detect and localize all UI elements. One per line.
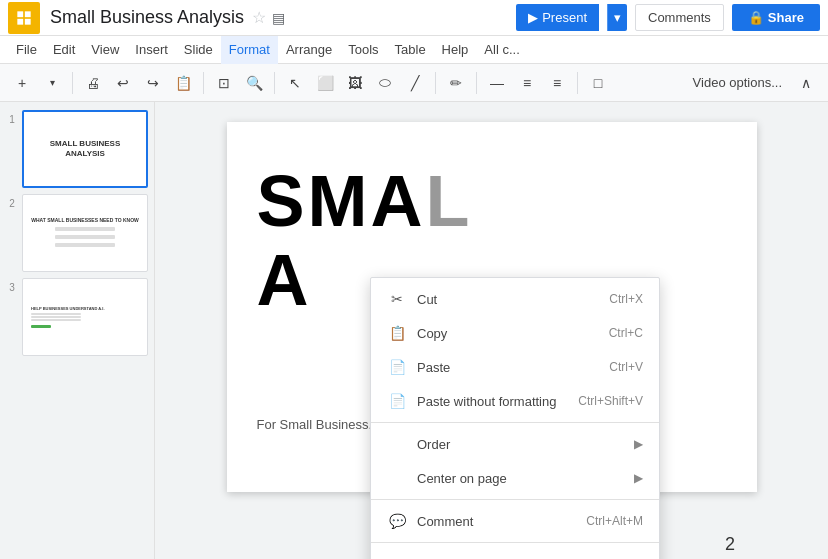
cut-icon: ✂: [387, 289, 407, 309]
textbox-button[interactable]: ⬜: [311, 69, 339, 97]
comments-button[interactable]: Comments: [635, 4, 724, 31]
slide-subtitle: For Small Business...: [257, 417, 380, 432]
menu-help[interactable]: Help: [434, 36, 477, 64]
present-button[interactable]: ▶ Present: [516, 4, 599, 31]
slide-3-accent: [31, 325, 51, 328]
svg-rect-1: [25, 11, 31, 17]
align-right-button[interactable]: ≡: [543, 69, 571, 97]
ctx-cut-shortcut: Ctrl+X: [609, 292, 643, 306]
separator-6: [577, 72, 578, 94]
svg-rect-2: [17, 18, 23, 24]
slides-panel: 1 SMALL BUSINESSANALYSIS 2 WHAT SMALL BU…: [0, 102, 155, 559]
center-icon: [387, 468, 407, 488]
header-buttons: ▶ Present ▾ Comments 🔒 Share: [516, 4, 820, 31]
folder-icon[interactable]: ▤: [272, 10, 285, 26]
ctx-order[interactable]: Order ▶: [371, 427, 659, 461]
more-button[interactable]: □: [584, 69, 612, 97]
align-left-button[interactable]: ≡: [513, 69, 541, 97]
menu-table[interactable]: Table: [387, 36, 434, 64]
menu-edit[interactable]: Edit: [45, 36, 83, 64]
image-button[interactable]: 🖼: [341, 69, 369, 97]
menu-insert[interactable]: Insert: [127, 36, 176, 64]
zoom-button[interactable]: 🔍: [240, 69, 268, 97]
ctx-order-label: Order: [417, 437, 634, 452]
center-arrow: ▶: [634, 471, 643, 485]
main-area: 1 SMALL BUSINESSANALYSIS 2 WHAT SMALL BU…: [0, 102, 828, 559]
menu-arrange[interactable]: Arrange: [278, 36, 340, 64]
slide-preview-2[interactable]: WHAT SMALL BUSINESSES NEED TO KNOW: [22, 194, 148, 272]
slide-2-line-1: [55, 227, 115, 231]
ctx-paste[interactable]: 📄 Paste Ctrl+V: [371, 350, 659, 384]
ctx-copy-shortcut: Ctrl+C: [609, 326, 643, 340]
ctx-center-label: Center on page: [417, 471, 634, 486]
ctx-divider-3: [371, 542, 659, 543]
undo-button[interactable]: ↩: [109, 69, 137, 97]
ctx-copy-label: Copy: [417, 326, 609, 341]
paste-icon: 📄: [387, 357, 407, 377]
animate-icon: [387, 554, 407, 559]
slide-preview-3[interactable]: HELP BUSINESSES UNDERSTAND A.I.: [22, 278, 148, 356]
comment-icon: 💬: [387, 511, 407, 531]
ctx-cut[interactable]: ✂ Cut Ctrl+X: [371, 282, 659, 316]
slide-thumb-3[interactable]: 3 HELP BUSINESSES UNDERSTAND A.I.: [6, 278, 148, 356]
slide-num-2: 2: [6, 198, 18, 209]
ctx-divider-1: [371, 422, 659, 423]
select-button[interactable]: ↖: [281, 69, 309, 97]
label-2: 2: [725, 534, 735, 555]
slide-preview-1[interactable]: SMALL BUSINESSANALYSIS: [22, 110, 148, 188]
share-button[interactable]: 🔒 Share: [732, 4, 820, 31]
shapes-button[interactable]: ⬭: [371, 69, 399, 97]
slide-2-line-3: [55, 243, 115, 247]
order-icon: [387, 434, 407, 454]
menu-slide[interactable]: Slide: [176, 36, 221, 64]
document-title: Small Business Analysis: [50, 7, 244, 28]
redo-button[interactable]: ↪: [139, 69, 167, 97]
toolbar: + ▾ 🖨 ↩ ↪ 📋 ⊡ 🔍 ↖ ⬜ 🖼 ⬭ ╱ ✏ — ≡ ≡ □ Vide…: [0, 64, 828, 102]
slide-2-line-2: [55, 235, 115, 239]
separator-5: [476, 72, 477, 94]
ctx-comment[interactable]: 💬 Comment Ctrl+Alt+M: [371, 504, 659, 538]
toolbar-collapse-button[interactable]: ∧: [792, 69, 820, 97]
menu-allc[interactable]: All c...: [476, 36, 527, 64]
zoom-fit-button[interactable]: ⊡: [210, 69, 238, 97]
ctx-copy[interactable]: 📋 Copy Ctrl+C: [371, 316, 659, 350]
menu-tools[interactable]: Tools: [340, 36, 386, 64]
toolbar-options-label[interactable]: Video options...: [693, 75, 790, 90]
svg-rect-0: [17, 11, 23, 17]
ctx-paste-nf-shortcut: Ctrl+Shift+V: [578, 394, 643, 408]
add-button[interactable]: +: [8, 69, 36, 97]
slide-3-line-2: [31, 316, 81, 318]
copy-icon: 📋: [387, 323, 407, 343]
slide-num-1: 1: [6, 114, 18, 125]
ctx-comment-shortcut: Ctrl+Alt+M: [586, 514, 643, 528]
ctx-animate[interactable]: Animate: [371, 547, 659, 559]
copy-format-button[interactable]: 📋: [169, 69, 197, 97]
slide-3-line-3: [31, 319, 81, 321]
app-icon: [8, 2, 40, 34]
menu-format[interactable]: Format: [221, 36, 278, 64]
title-bar: Small Business Analysis ☆ ▤ ▶ Present ▾ …: [0, 0, 828, 36]
star-icon[interactable]: ☆: [252, 8, 266, 27]
print-button[interactable]: 🖨: [79, 69, 107, 97]
ctx-paste-shortcut: Ctrl+V: [609, 360, 643, 374]
pen-button[interactable]: ✏: [442, 69, 470, 97]
separator-4: [435, 72, 436, 94]
ctx-paste-nf-label: Paste without formatting: [417, 394, 578, 409]
canvas-area: SMAL A For Small Business... ✂ Cut Ctrl+…: [155, 102, 828, 559]
ctx-paste-no-format[interactable]: 📄 Paste without formatting Ctrl+Shift+V: [371, 384, 659, 418]
slide-3-line-1: [31, 313, 81, 315]
ctx-center[interactable]: Center on page ▶: [371, 461, 659, 495]
menu-view[interactable]: View: [83, 36, 127, 64]
add-dropdown[interactable]: ▾: [38, 69, 66, 97]
menu-file[interactable]: File: [8, 36, 45, 64]
slide-thumb-2[interactable]: 2 WHAT SMALL BUSINESSES NEED TO KNOW: [6, 194, 148, 272]
svg-rect-3: [25, 18, 31, 24]
present-dropdown-button[interactable]: ▾: [607, 4, 627, 31]
menu-bar: File Edit View Insert Slide Format Arran…: [0, 36, 828, 64]
separator-2: [203, 72, 204, 94]
slide-1-title: SMALL BUSINESSANALYSIS: [50, 139, 121, 160]
line-button[interactable]: ╱: [401, 69, 429, 97]
slide-thumb-1[interactable]: 1 SMALL BUSINESSANALYSIS: [6, 110, 148, 188]
separator-3: [274, 72, 275, 94]
line-style-button[interactable]: —: [483, 69, 511, 97]
